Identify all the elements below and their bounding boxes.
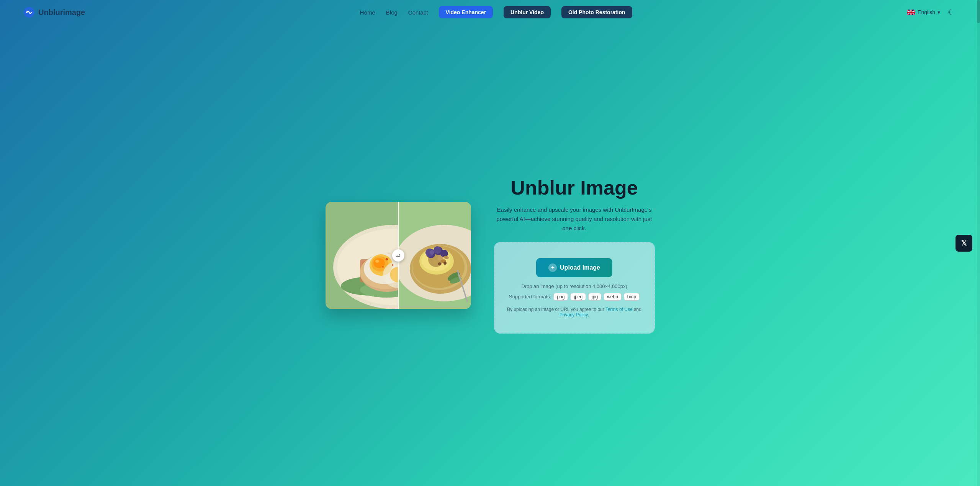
- terms-after: .: [588, 312, 589, 317]
- right-panel: Unblur Image Easily enhance and upscale …: [494, 177, 655, 333]
- nav-links: Home Blog Contact Video Enhancer Unblur …: [360, 6, 632, 18]
- unblur-video-button[interactable]: Unblur Video: [504, 6, 551, 18]
- terms-before: By uploading an image or URL you agree t…: [507, 307, 605, 312]
- navbar: Unblurimage Home Blog Contact Video Enha…: [0, 0, 980, 25]
- nav-contact[interactable]: Contact: [408, 9, 428, 16]
- logo-icon: [23, 6, 35, 18]
- x-twitter-button[interactable]: 𝕏: [955, 235, 972, 252]
- chevron-down-icon: ▾: [937, 9, 940, 15]
- svg-point-46: [443, 262, 447, 265]
- format-png: png: [553, 293, 568, 301]
- format-jpeg: jpeg: [570, 293, 586, 301]
- logo[interactable]: Unblurimage: [23, 6, 85, 18]
- x-icon: 𝕏: [961, 239, 967, 247]
- format-jpg: jpg: [588, 293, 601, 301]
- svg-point-45: [438, 262, 441, 265]
- hero-subtitle: Easily enhance and upscale your images w…: [494, 205, 655, 233]
- plus-icon: ＋: [548, 263, 557, 272]
- upload-button-label: Upload Image: [560, 264, 600, 271]
- hero-title: Unblur Image: [494, 177, 655, 199]
- terms-text: By uploading an image or URL you agree t…: [506, 307, 643, 317]
- upload-card: ＋ Upload Image Drop an image (up to reso…: [494, 242, 655, 334]
- terms-of-use-link[interactable]: Terms of Use: [605, 307, 633, 312]
- moon-icon: ☾: [948, 8, 954, 16]
- dark-mode-toggle[interactable]: ☾: [945, 6, 957, 18]
- nav-blog[interactable]: Blog: [386, 9, 398, 16]
- image-comparison[interactable]: ⇄: [326, 202, 471, 309]
- flag-icon: [907, 10, 915, 15]
- svg-point-39: [434, 246, 441, 254]
- privacy-policy-link[interactable]: Privacy Policy: [560, 312, 588, 317]
- language-selector[interactable]: English ▾: [907, 9, 940, 15]
- nav-home[interactable]: Home: [360, 9, 375, 16]
- terms-and: and: [633, 307, 641, 312]
- handle-icon: ⇄: [396, 252, 401, 259]
- main-content: ⇄ Unblur Image Easily enhance and upscal…: [0, 25, 980, 486]
- logo-text: Unblurimage: [38, 8, 85, 17]
- nav-right: English ▾ ☾: [907, 6, 957, 18]
- formats-row: Supported formats: png jpeg jpg webp bmp: [506, 293, 643, 301]
- video-enhancer-button[interactable]: Video Enhancer: [439, 6, 493, 18]
- format-bmp: bmp: [624, 293, 640, 301]
- svg-point-1: [26, 11, 28, 13]
- upload-image-button[interactable]: ＋ Upload Image: [536, 258, 612, 277]
- comparison-handle[interactable]: ⇄: [392, 249, 404, 262]
- old-photo-restoration-button[interactable]: Old Photo Restoration: [561, 6, 632, 18]
- format-webp: webp: [604, 293, 622, 301]
- scrollbar-track: [977, 0, 980, 486]
- svg-rect-26: [326, 202, 398, 309]
- formats-label: Supported formats:: [509, 294, 551, 299]
- language-label: English: [918, 9, 935, 15]
- drop-text: Drop an image (up to resolution 4,000×4,…: [506, 283, 643, 289]
- after-image: [398, 202, 471, 309]
